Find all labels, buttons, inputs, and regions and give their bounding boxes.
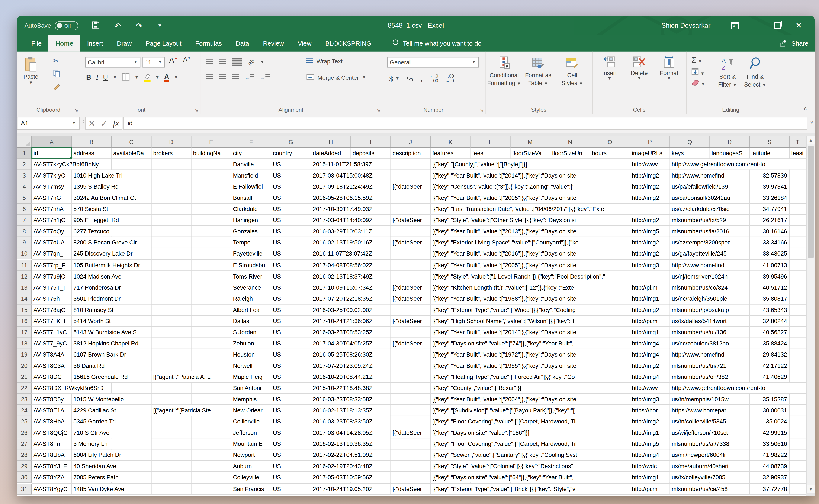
cell-S24[interactable]: 30.00031 [750, 405, 789, 416]
cell-Q16[interactable]: us/tx/dallas/5414wort [670, 316, 750, 326]
cell-Q17[interactable]: mlsnumber/us/ut/136 [670, 327, 750, 337]
cell-B5[interactable]: 30242 Au Bon Climat Ct [72, 192, 151, 203]
cell-G13[interactable]: US [271, 282, 311, 293]
decrease-indent-icon[interactable]: ← [245, 74, 254, 80]
cell-styles-button[interactable]: Cell Styles ▼ [555, 56, 589, 87]
column-header-A[interactable]: A [32, 136, 72, 148]
cell-Q18[interactable]: us/nc/zebulon/3812ho [670, 338, 750, 348]
cell-Q4[interactable]: us/pa/efallowfield/139 [670, 181, 750, 192]
cell-F17[interactable]: S Jordan [232, 327, 271, 337]
cell-F29[interactable]: Auburn [232, 461, 271, 472]
cell-Q23[interactable]: us/tn/memphis/1015w [670, 394, 750, 404]
cell-G20[interactable]: US [271, 360, 311, 371]
cell-Q25[interactable]: us/tn/collierville/5345 [670, 416, 750, 427]
cell-G7[interactable]: US [271, 215, 311, 225]
column-header-G[interactable]: G [271, 136, 311, 148]
cell-H11[interactable]: 2017-04-08T08:56:02Z [311, 260, 391, 270]
borders-caret-icon[interactable]: ▼ [134, 75, 139, 79]
cell-K11[interactable]: [{"key":"Year Built","value":["2005"]},{… [431, 260, 630, 270]
format-as-table-button[interactable]: Format as Table ▼ [521, 56, 555, 87]
cell-H24[interactable]: 2016-02-13T18:13:35Z [311, 405, 391, 416]
cell-F9[interactable]: Tempe [232, 237, 271, 248]
bold-button[interactable]: B [86, 73, 91, 81]
cell-J31[interactable]: [{"dateSeer [391, 483, 430, 494]
cell-A20[interactable]: AV-ST8C3A [32, 360, 71, 371]
cell-Q10[interactable]: us/ga/fayetteville/245 [670, 248, 750, 259]
column-header-N[interactable]: N [550, 136, 590, 148]
cell-I1[interactable]: deposits [351, 148, 391, 158]
ribbon-display-options-icon[interactable] [724, 16, 746, 35]
cell-S10[interactable]: 33.43025 [750, 248, 789, 259]
restore-icon[interactable] [767, 16, 788, 35]
scrollbar-thumb[interactable] [808, 146, 814, 258]
cell-A24[interactable]: AV-ST8E1A [32, 405, 71, 416]
cell-A17[interactable]: AV-ST7_1yC [32, 327, 71, 337]
cell-H25[interactable]: 2016-03-23T08:33:50Z [311, 416, 391, 427]
cell-H5[interactable]: 2016-05-28T06:15:59Z [311, 192, 391, 203]
tab-insert[interactable]: Insert [80, 35, 110, 52]
cell-G16[interactable]: US [271, 316, 311, 326]
row-header-9[interactable]: 9 [17, 237, 32, 248]
cell-S29[interactable]: 44.08739 [750, 461, 789, 472]
cell-K6[interactable]: [{"key":"Last Transaction Date","value":… [431, 204, 670, 214]
cell-B19[interactable]: 6107 Brown Bark Dr [72, 349, 151, 360]
cell-A11[interactable]: AV-ST7rp_F [32, 260, 71, 270]
cell-G27[interactable]: US [271, 439, 311, 449]
cell-B27[interactable]: 3 Memory Ln [72, 439, 151, 449]
cell-F4[interactable]: E Fallowfiel [232, 181, 271, 192]
cell-F14[interactable]: Raleigh [232, 293, 271, 304]
cell-D1[interactable]: brokers [152, 148, 191, 158]
cell-G2[interactable]: US [271, 159, 311, 170]
cell-B18[interactable]: 3812 Hopkins Chapel Rd [72, 338, 151, 348]
scroll-down-icon[interactable]: ▼ [807, 485, 815, 493]
column-header-L[interactable]: L [471, 136, 511, 148]
cell-H29[interactable]: 2016-02-19T20:43:48Z [311, 461, 391, 472]
cell-F6[interactable]: Clarkdale [232, 204, 271, 214]
cell-S21[interactable]: 41.40629 [750, 371, 789, 382]
cell-A23[interactable]: AV-ST8D5y [32, 394, 71, 404]
accounting-format-icon[interactable]: $ [389, 75, 393, 83]
row-header-7[interactable]: 7 [17, 215, 32, 226]
cell-G29[interactable]: US [271, 461, 311, 472]
cell-M1[interactable]: floorSizeVa [511, 148, 550, 158]
row-header-14[interactable]: 14 [17, 293, 32, 304]
cell-K15[interactable]: [{"key":"Exterior Type","value":["Wood"]… [431, 304, 630, 315]
middle-align-icon[interactable] [219, 59, 226, 65]
cell-A28[interactable]: AV-ST8UbA [32, 450, 71, 460]
cell-B10[interactable]: 245 Discovery Lake Dr [72, 248, 151, 259]
underline-button[interactable]: U [103, 73, 108, 81]
fill-color-button[interactable] [143, 73, 150, 82]
cell-H28[interactable]: 2017-02-22T04:51:09Z [311, 450, 391, 460]
cell-A15[interactable]: AV-ST78ajC [32, 304, 71, 315]
column-header-K[interactable]: K [431, 136, 471, 148]
cell-Q31[interactable]: mlsnumber/us/ca/458 [670, 483, 750, 494]
row-header-8[interactable]: 8 [17, 226, 32, 237]
column-header-F[interactable]: F [232, 136, 271, 148]
cell-G1[interactable]: country [271, 148, 311, 158]
cell-B24[interactable]: 4229 Cadillac St [72, 405, 151, 416]
name-box[interactable]: A1▼ [17, 117, 80, 130]
cell-F24[interactable]: New Orlear [232, 405, 271, 416]
decrease-font-icon[interactable]: A▼ [183, 56, 191, 64]
cell-A16[interactable]: AV-ST7_K_I [32, 316, 71, 326]
align-right-icon[interactable] [232, 74, 239, 80]
cell-D24[interactable]: [{"agent":"[Patricia Ste [152, 405, 231, 416]
font-color-caret-icon[interactable]: ▼ [174, 75, 178, 79]
cell-P15[interactable]: http://img2 [630, 304, 670, 315]
cell-P13[interactable]: http://pi.m [630, 282, 670, 293]
cell-S31[interactable]: 37.72778 [750, 483, 789, 494]
number-dialog-launcher-icon[interactable]: ↘ [480, 108, 483, 113]
cell-G6[interactable]: US [271, 204, 311, 214]
cell-B25[interactable]: 5345 Garden Trl [72, 416, 151, 427]
tab-home[interactable]: Home [49, 35, 80, 52]
cell-F26[interactable]: Jefferson [232, 427, 271, 438]
cell-Q1[interactable]: keys [670, 148, 710, 158]
conditional-formatting-button[interactable]: ≠ Conditional Formatting ▼ [487, 56, 521, 87]
cell-G17[interactable]: US [271, 327, 311, 337]
cell-H19[interactable]: 2016-05-25T08:26:30Z [311, 349, 391, 360]
vertical-scrollbar[interactable]: ▲ ▼ [806, 136, 815, 493]
top-align-icon[interactable] [206, 59, 213, 65]
cell-H3[interactable]: 2017-03-04T15:00:48Z [311, 170, 391, 181]
cell-H26[interactable]: 2017-03-04T14:28:05Z [311, 427, 391, 438]
cell-F8[interactable]: Gonzales [232, 226, 271, 237]
